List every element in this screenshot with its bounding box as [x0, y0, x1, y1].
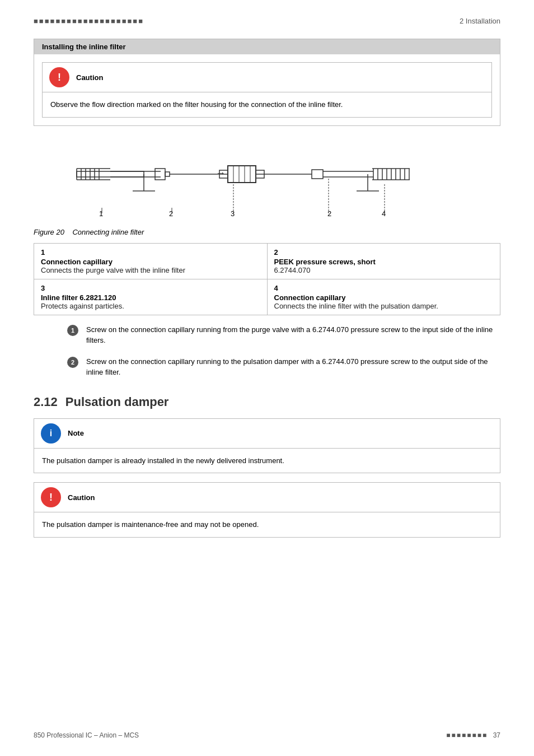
component-cell-2: 2 PEEK pressure screws, short 6.2744.070	[267, 243, 500, 279]
component-name-4: Connection capillary	[274, 293, 494, 302]
header-dots: ■■■■■■■■■■■■■■■■■■■■	[34, 17, 144, 25]
component-desc-2: 6.2744.070	[274, 266, 494, 274]
caution-header: ! Caution	[43, 63, 491, 92]
step-item-1: 1 Screw on the connection capillary runn…	[67, 324, 500, 346]
caution-icon: !	[49, 67, 69, 87]
svg-rect-16	[155, 169, 165, 180]
svg-rect-30	[312, 170, 323, 179]
step-text-1: Screw on the connection capillary runnin…	[86, 324, 500, 346]
table-row: 1 Connection capillary Connects the purg…	[34, 243, 500, 279]
figure-caption-text: Connecting inline filter	[72, 228, 144, 236]
page-footer: 850 Professional IC – Anion – MCS ■■■■■■…	[34, 731, 500, 739]
svg-text:4: 4	[382, 209, 386, 218]
footer-page: 37	[493, 731, 500, 739]
installing-section: Installing the inline filter ! Caution O…	[34, 39, 500, 126]
component-name-1: Connection capillary	[41, 258, 260, 266]
pulsation-caution-box: ! Caution The pulsation damper is mainte…	[34, 482, 500, 538]
note-box: i Note The pulsation damper is already i…	[34, 418, 500, 474]
component-desc-1: Connects the purge valve with the inline…	[41, 266, 260, 274]
component-cell-1: 1 Connection capillary Connects the purg…	[34, 243, 268, 279]
component-num-3: 3	[41, 284, 260, 292]
section-212-title: Pulsation damper	[65, 395, 169, 409]
svg-rect-21	[228, 166, 256, 183]
note-title: Note	[68, 429, 84, 437]
component-name-2: PEEK pressure screws, short	[274, 258, 494, 266]
table-row: 3 Inline filter 6.2821.120 Protects agai…	[34, 279, 500, 315]
svg-rect-5	[77, 171, 144, 177]
caution-title: Caution	[76, 73, 103, 82]
svg-rect-17	[165, 172, 170, 176]
component-cell-3: 3 Inline filter 6.2821.120 Protects agai…	[34, 279, 268, 315]
component-name-3: Inline filter 6.2821.120	[41, 293, 260, 302]
installing-title: Installing the inline filter	[34, 39, 500, 54]
inline-filter-diagram: 1 2 3 2 4	[65, 135, 469, 225]
component-desc-3: Protects against particles.	[41, 302, 260, 310]
component-num-1: 1	[41, 248, 260, 256]
figure-area: 1 2 3 2 4	[34, 135, 500, 315]
figure-svg-container: 1 2 3 2 4	[34, 135, 500, 225]
component-num-2: 2	[274, 248, 494, 256]
component-desc-4: Connects the inline filter with the puls…	[274, 302, 494, 310]
section-212-heading: 2.12 Pulsation damper	[34, 395, 500, 409]
step-num-2: 2	[67, 357, 78, 368]
figure-caption: Figure 20 Connecting inline filter	[34, 228, 500, 236]
step-item-2: 2 Screw on the connection capillary runn…	[67, 356, 500, 378]
svg-text:2: 2	[169, 209, 173, 218]
page-header: ■■■■■■■■■■■■■■■■■■■■ 2 Installation	[34, 17, 500, 27]
header-section: 2 Installation	[460, 17, 500, 25]
svg-text:2: 2	[327, 209, 331, 218]
pulsation-caution-title: Caution	[68, 493, 95, 502]
caution-body: Observe the flow direction marked on the…	[43, 92, 491, 117]
footer-product: 850 Professional IC – Anion – MCS	[34, 731, 139, 739]
footer-right: ■■■■■■■■ 37	[446, 731, 500, 739]
step-text-2: Screw on the connection capillary runnin…	[86, 356, 500, 378]
section-number: 2.12	[34, 395, 58, 409]
footer-dots: ■■■■■■■■	[446, 731, 488, 739]
installing-caution-box: ! Caution Observe the flow direction mar…	[42, 62, 492, 118]
note-icon: i	[41, 423, 61, 444]
component-cell-4: 4 Connection capillary Connects the inli…	[267, 279, 500, 315]
steps-container: 1 Screw on the connection capillary runn…	[67, 324, 500, 378]
svg-text:3: 3	[231, 209, 235, 218]
component-table: 1 Connection capillary Connects the purg…	[34, 243, 500, 315]
note-header: i Note	[34, 419, 500, 449]
svg-text:→: →	[216, 167, 226, 179]
pulsation-caution-body: The pulsation damper is maintenance-free…	[34, 512, 500, 537]
figure-caption-number: Figure 20	[34, 228, 64, 236]
svg-text:1: 1	[99, 209, 103, 218]
step-num-1: 1	[67, 325, 78, 336]
pulsation-caution-icon: !	[41, 487, 61, 507]
component-num-4: 4	[274, 284, 494, 292]
note-body: The pulsation damper is already installe…	[34, 449, 500, 473]
pulsation-caution-header: ! Caution	[34, 483, 500, 512]
